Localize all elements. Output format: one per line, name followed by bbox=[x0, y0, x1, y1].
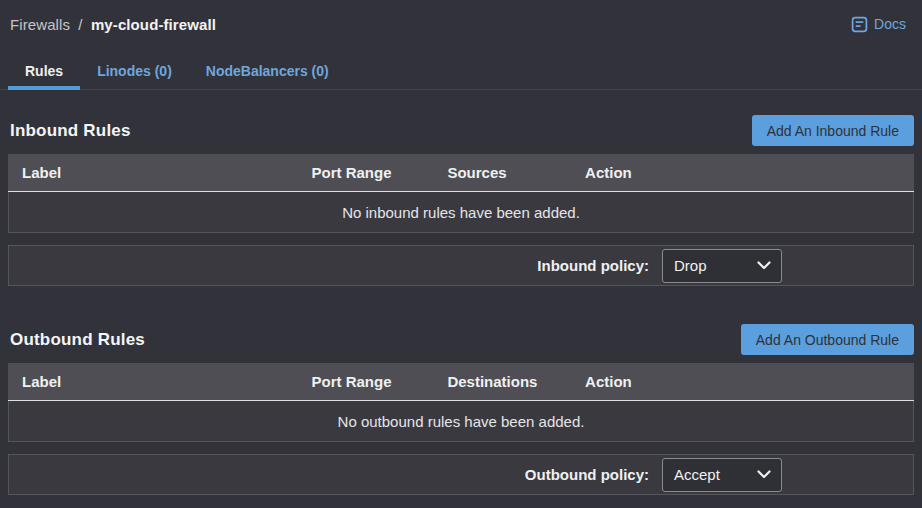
outbound-policy-selected-value: Accept bbox=[674, 466, 720, 483]
firewall-detail-page: Firewalls / my-cloud-firewall Docs Rules… bbox=[0, 0, 922, 508]
outbound-empty-row: No outbound rules have been added. bbox=[8, 401, 914, 442]
breadcrumb-current-firewall: my-cloud-firewall bbox=[91, 16, 216, 33]
outbound-empty-message: No outbound rules have been added. bbox=[338, 413, 585, 430]
inbound-table-header-row: Label Port Range Sources Action bbox=[8, 154, 914, 192]
outbound-table-header-row: Label Port Range Destinations Action bbox=[8, 363, 914, 401]
outbound-column-port-range: Port Range bbox=[312, 373, 448, 390]
inbound-column-port-range: Port Range bbox=[312, 164, 448, 181]
add-inbound-rule-button[interactable]: Add An Inbound Rule bbox=[752, 115, 914, 146]
outbound-policy-row: Outbound policy: Accept bbox=[8, 454, 914, 495]
outbound-column-label: Label bbox=[8, 373, 312, 390]
inbound-rules-table: Label Port Range Sources Action No inbou… bbox=[8, 154, 914, 233]
outbound-section-header: Outbound Rules Add An Outbound Rule bbox=[8, 324, 914, 355]
add-outbound-rule-button[interactable]: Add An Outbound Rule bbox=[741, 324, 914, 355]
inbound-column-action: Action bbox=[585, 164, 914, 181]
inbound-column-sources: Sources bbox=[447, 164, 585, 181]
outbound-policy-select[interactable]: Accept bbox=[662, 458, 782, 492]
breadcrumb: Firewalls / my-cloud-firewall bbox=[10, 16, 216, 33]
inbound-policy-label: Inbound policy: bbox=[537, 257, 649, 274]
inbound-column-label: Label bbox=[8, 164, 312, 181]
inbound-policy-row: Inbound policy: Drop bbox=[8, 245, 914, 286]
tab-nodebalancers[interactable]: NodeBalancers (0) bbox=[189, 53, 346, 89]
outbound-rules-table: Label Port Range Destinations Action No … bbox=[8, 363, 914, 442]
tab-linodes[interactable]: Linodes (0) bbox=[80, 53, 189, 89]
outbound-rules-title: Outbound Rules bbox=[8, 330, 145, 350]
inbound-policy-select[interactable]: Drop bbox=[662, 249, 782, 283]
chevron-down-icon bbox=[757, 470, 771, 479]
outbound-policy-label: Outbound policy: bbox=[525, 466, 649, 483]
docs-link-label: Docs bbox=[874, 16, 906, 32]
inbound-policy-selected-value: Drop bbox=[674, 257, 707, 274]
inbound-empty-row: No inbound rules have been added. bbox=[8, 192, 914, 233]
tab-bar: Rules Linodes (0) NodeBalancers (0) bbox=[0, 53, 922, 90]
outbound-column-action: Action bbox=[585, 373, 914, 390]
outbound-column-destinations: Destinations bbox=[447, 373, 585, 390]
breadcrumb-firewalls-link[interactable]: Firewalls bbox=[10, 16, 70, 33]
inbound-section-header: Inbound Rules Add An Inbound Rule bbox=[8, 115, 914, 146]
breadcrumb-separator: / bbox=[78, 16, 82, 33]
chevron-down-icon bbox=[757, 261, 771, 270]
inbound-rules-title: Inbound Rules bbox=[8, 121, 131, 141]
tab-rules[interactable]: Rules bbox=[8, 53, 80, 89]
page-header: Firewalls / my-cloud-firewall Docs bbox=[0, 0, 922, 38]
docs-link[interactable]: Docs bbox=[851, 16, 906, 33]
docs-icon bbox=[851, 16, 868, 33]
inbound-empty-message: No inbound rules have been added. bbox=[342, 204, 580, 221]
